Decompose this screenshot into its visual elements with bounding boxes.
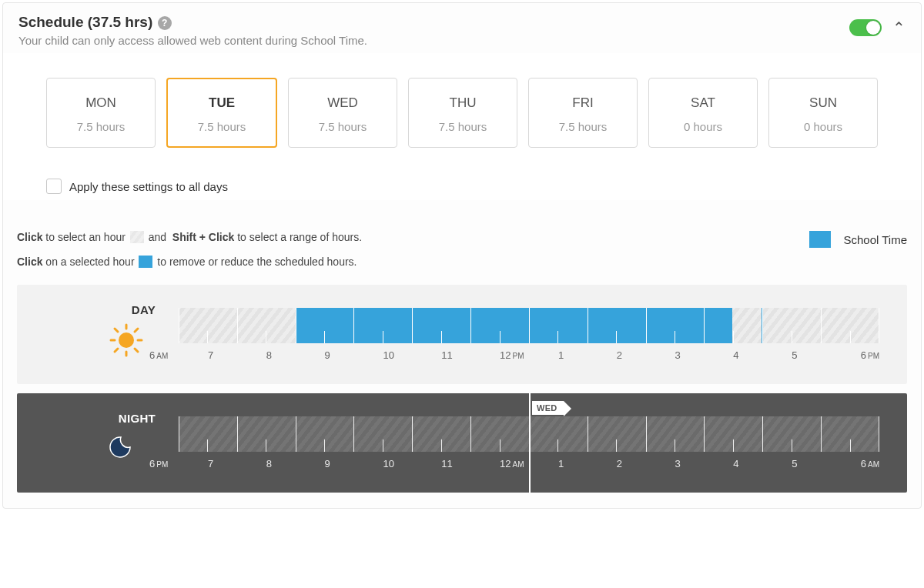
midnight-divider [529,393,531,493]
hour-label: 6PM [149,458,208,469]
day-card-label: MON [47,95,155,111]
hour-slot[interactable] [704,308,762,343]
instr-click-1: Click [17,231,42,243]
day-card-label: SUN [769,95,877,111]
day-card-hours: 0 hours [769,120,877,133]
day-card-wed[interactable]: WED7.5 hours [288,78,397,148]
instr-shiftclick: Shift + Click [172,231,235,243]
hour-label: 7 [208,349,266,361]
hour-label: 1 [558,349,617,361]
svg-line-5 [115,329,118,332]
hour-label: 11 [441,349,500,361]
apply-all-checkbox[interactable] [46,179,62,194]
hour-label: 6PM [861,349,879,361]
day-hour-labels: 6AM789101112PM123456PM [179,349,879,361]
day-card-label: FRI [529,95,637,111]
instr-text-2c: to remove or reduce the scheduled hours. [157,256,357,268]
day-card-label: SAT [649,95,757,111]
hour-label: 9 [325,349,383,361]
schedule-panel: Schedule (37.5 hrs) ? Your child can onl… [2,2,922,509]
instructions-text: Click to select an hour and Shift + Clic… [17,231,362,268]
hour-slot[interactable] [646,308,705,343]
hour-slot[interactable] [179,416,237,452]
day-card-thu[interactable]: THU7.5 hours [408,78,517,148]
svg-point-0 [119,332,134,348]
hour-slot[interactable] [529,416,588,452]
day-track[interactable] [179,308,879,343]
moon-icon [109,432,140,466]
hour-label: 9 [325,458,383,469]
hour-label: 4 [733,349,792,361]
legend-swatch-icon [809,231,831,248]
filled-hour-swatch-icon [139,256,152,268]
day-card-label: WED [289,95,397,111]
day-card-fri[interactable]: FRI7.5 hours [528,78,638,148]
collapse-chevron-icon[interactable]: ⌃ [892,18,906,37]
hour-slot[interactable] [179,308,237,343]
hour-label: 6AM [861,458,879,469]
hour-label: 1 [558,458,617,469]
hour-slot[interactable] [821,308,879,343]
instr-text-2b: on a selected hour [45,256,134,268]
day-card-tue[interactable]: TUE7.5 hours [166,78,277,148]
hour-slot[interactable] [412,416,470,452]
day-card-label: THU [409,95,517,111]
instr-text-1c: and [149,231,166,243]
hour-label: 3 [675,349,734,361]
hour-slot[interactable] [762,416,821,452]
apply-all-row: Apply these settings to all days [46,179,878,194]
hour-slot[interactable] [296,416,354,452]
enable-toggle[interactable] [849,19,882,36]
day-card-sat[interactable]: SAT0 hours [648,78,758,148]
hour-slot[interactable] [704,416,762,452]
svg-line-8 [115,349,118,352]
panel-subtitle: Your child can only access allowed web c… [18,34,367,47]
hour-slot[interactable] [353,416,412,452]
hour-slot[interactable] [821,416,879,452]
hour-label: 3 [675,458,734,469]
help-icon[interactable]: ? [158,16,172,30]
next-day-tag: WED [532,401,564,415]
day-timeline: DAY 6AM789101112PM123456PM [17,285,907,384]
hour-slot[interactable] [470,308,529,343]
hour-slot[interactable] [588,416,646,452]
hour-slot[interactable] [646,416,705,452]
hour-slot[interactable] [588,308,646,343]
apply-all-label: Apply these settings to all days [69,180,228,193]
panel-header-right: ⌃ [849,14,906,37]
instructions: Click to select an hour and Shift + Clic… [3,200,921,268]
day-card-hours: 7.5 hours [409,120,517,133]
hour-label: 11 [441,458,500,469]
hour-label: 2 [617,349,675,361]
day-timeline-label: DAY [17,303,156,316]
day-cards: MON7.5 hoursTUE7.5 hoursWED7.5 hoursTHU7… [46,78,878,148]
hour-label: 8 [266,349,325,361]
hour-label: 6AM [149,349,208,361]
hour-label: 2 [617,458,675,469]
hour-label: 7 [208,458,266,469]
day-card-mon[interactable]: MON7.5 hours [46,78,156,148]
hour-label: 5 [792,349,850,361]
panel-body: MON7.5 hoursTUE7.5 hoursWED7.5 hoursTHU7… [3,53,921,200]
hour-slot[interactable] [529,308,588,343]
hour-slot[interactable] [412,308,470,343]
day-card-sun[interactable]: SUN0 hours [768,78,878,148]
hour-slot[interactable] [296,308,354,343]
svg-line-6 [135,349,138,352]
panel-title-wrap: Schedule (37.5 hrs) ? Your child can onl… [18,14,367,47]
panel-header: Schedule (37.5 hrs) ? Your child can onl… [3,3,921,53]
hour-label: 10 [383,349,441,361]
hour-slot[interactable] [237,308,296,343]
legend: School Time [809,231,907,248]
day-card-hours: 7.5 hours [289,120,397,133]
hour-label: 10 [383,458,441,469]
hour-slot[interactable] [470,416,529,452]
day-card-hours: 7.5 hours [168,120,276,133]
day-card-label: TUE [168,95,276,111]
night-timeline: NIGHT 6PM789101112AM123456AM WED [17,393,907,493]
hour-slot[interactable] [762,308,821,343]
hour-label: 5 [792,458,850,469]
hour-slot[interactable] [237,416,296,452]
hour-slot[interactable] [353,308,412,343]
sun-icon [109,323,143,360]
